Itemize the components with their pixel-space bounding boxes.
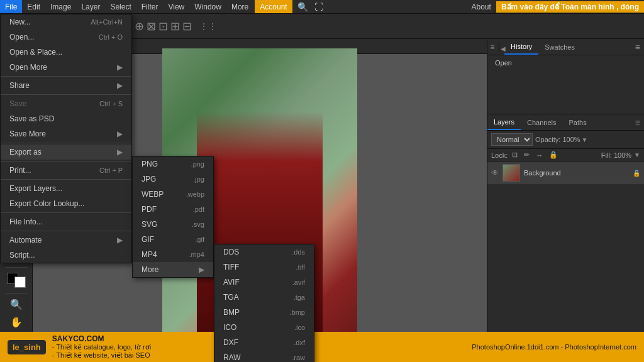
export-avif[interactable]: AVIF .avif (214, 275, 314, 290)
menu-export-layers[interactable]: Export Layers... (1, 181, 131, 196)
opacity-dropdown-icon[interactable]: ▼ (582, 136, 588, 143)
menu-export-as[interactable]: Export as ▶ (1, 145, 131, 160)
export-svg[interactable]: SVG .svg (133, 217, 213, 232)
export-gif-label: GIF (142, 235, 195, 244)
menu-view[interactable]: View (163, 0, 189, 13)
menu-export-as-label: Export as (9, 148, 117, 156)
menu-new-label: New... (9, 18, 91, 26)
export-dxf[interactable]: DXF .dxf (214, 335, 314, 350)
menu-share-arrow: ▶ (117, 81, 123, 90)
toolbar-icon-1[interactable]: ⊕ (135, 19, 144, 33)
menu-open-place[interactable]: Open & Place... (1, 45, 131, 60)
tab-paths[interactable]: Paths (563, 114, 593, 130)
menu-file-info[interactable]: File Info... (1, 214, 131, 229)
export-ico-label: ICO (223, 323, 294, 332)
menu-save-more-label: Save More (9, 129, 117, 138)
export-gif[interactable]: GIF .gif (133, 232, 213, 247)
export-more[interactable]: More ▶ (133, 262, 213, 277)
export-webp[interactable]: WEBP .webp (133, 187, 213, 202)
status-line1: - Thiết kế catalogue, logo, tờ rơi (52, 343, 151, 351)
tab-swatches[interactable]: Swatches (538, 39, 581, 55)
toolbar-icon-3[interactable]: ⊡ (158, 19, 168, 33)
export-dds[interactable]: DDS .dds (214, 244, 314, 260)
tab-history[interactable]: History (504, 39, 538, 55)
search-icon[interactable]: 🔍 (295, 2, 311, 12)
menu-image[interactable]: Image (45, 0, 76, 13)
menu-layer[interactable]: Layer (76, 0, 105, 13)
menu-select[interactable]: Select (105, 0, 136, 13)
layers-panel-tabs: Layers Channels Paths ≡ (487, 114, 644, 131)
tool-zoom[interactable]: 🔍 (7, 297, 26, 312)
menu-save-psd-label: Save as PSD (9, 114, 123, 123)
tab-channels[interactable]: Channels (521, 114, 562, 130)
lock-transparent-icon[interactable]: ⊡ (510, 150, 519, 160)
export-ico[interactable]: ICO .ico (214, 320, 314, 335)
menu-open-more[interactable]: Open More ▶ (1, 60, 131, 75)
export-tga[interactable]: TGA .tga (214, 290, 314, 305)
menu-print[interactable]: Print... Ctrl + P (1, 163, 131, 178)
dd-sep-5 (1, 179, 131, 180)
lock-all-icon[interactable]: 🔒 (547, 150, 560, 160)
export-tga-label: TGA (223, 293, 294, 302)
history-panel-tabs: ≡ ◀ History Swatches ≡ (487, 39, 644, 55)
export-raw[interactable]: RAW .raw (214, 350, 314, 362)
tab-layers[interactable]: Layers (487, 114, 521, 130)
menu-file[interactable]: File (0, 0, 22, 13)
background-color[interactable] (14, 277, 26, 288)
blend-mode-select[interactable]: Normal (491, 133, 533, 146)
dd-sep-2 (1, 94, 131, 95)
fill-dropdown-icon[interactable]: ▼ (634, 151, 640, 158)
export-raw-label: RAW (223, 353, 292, 362)
menu-new-shortcut: Alt+Ctrl+N (91, 18, 123, 26)
menu-more[interactable]: More (226, 0, 253, 13)
menu-export-as-arrow: ▶ (117, 148, 123, 156)
toolbar-icon-2[interactable]: ⊠ (147, 19, 156, 33)
menu-share[interactable]: Share ▶ (1, 78, 131, 93)
menu-export-layers-label: Export Layers... (9, 184, 123, 193)
export-jpg[interactable]: JPG .jpg (133, 172, 213, 187)
layer-thumbnail (502, 164, 520, 182)
export-png[interactable]: PNG .png (133, 156, 213, 172)
lock-position-icon[interactable]: ↔ (534, 151, 545, 160)
layers-controls: Normal Opacity: 100% ▼ (487, 131, 644, 149)
menu-open[interactable]: Open... Ctrl + O (1, 30, 131, 45)
toolbar-grid-icon[interactable]: ⋮⋮ (199, 21, 217, 31)
panel-sep (499, 42, 499, 52)
panel-options-layers[interactable]: ≡ (631, 118, 644, 128)
menu-export-color-lookup-label: Export Color Lookup... (9, 199, 123, 208)
export-bmp[interactable]: BMP .bmp (214, 305, 314, 320)
layer-eye-icon[interactable]: 👁 (491, 168, 499, 177)
export-dxf-label: DXF (223, 338, 294, 347)
menu-automate-arrow: ▶ (117, 236, 123, 244)
menu-export-color-lookup[interactable]: Export Color Lookup... (1, 196, 131, 211)
lock-image-icon[interactable]: ✏ (522, 150, 531, 160)
menu-account[interactable]: Account (255, 0, 292, 13)
toolbar-icon-4[interactable]: ⊞ (170, 19, 180, 33)
panel-options-history[interactable]: ≡ (631, 42, 644, 52)
menu-automate[interactable]: Automate ▶ (1, 233, 131, 248)
menu-save-more[interactable]: Save More ▶ (1, 126, 131, 141)
export-mp4-label: MP4 (142, 250, 189, 259)
dd-sep-4 (1, 161, 131, 162)
menu-edit[interactable]: Edit (22, 0, 45, 13)
export-svg-ext: .svg (192, 221, 204, 228)
menu-script[interactable]: Script... (1, 248, 131, 263)
history-panel-menu[interactable]: ≡ (487, 42, 497, 52)
fullscreen-icon[interactable]: ⛶ (312, 2, 326, 12)
menu-script-label: Script... (9, 251, 123, 260)
status-logo: le_sinh (8, 340, 46, 354)
tool-hand[interactable]: ✋ (7, 314, 26, 329)
menu-filter[interactable]: Filter (136, 0, 164, 13)
menu-save-psd[interactable]: Save as PSD (1, 111, 131, 126)
top-banner[interactable]: Bấm vào đây để Toàn màn hình , đóng (496, 1, 644, 13)
dd-sep-3 (1, 143, 131, 143)
menu-save-label: Save (9, 99, 99, 108)
export-tiff[interactable]: TIFF .tiff (214, 260, 314, 275)
export-mp4[interactable]: MP4 .mp4 (133, 247, 213, 262)
history-item-open[interactable]: Open (492, 58, 639, 68)
toolbar-icon-5[interactable]: ⊟ (182, 19, 192, 33)
menu-window[interactable]: Window (189, 0, 226, 13)
export-pdf[interactable]: PDF .pdf (133, 202, 213, 217)
layer-background[interactable]: 👁 Background 🔒 (487, 162, 644, 184)
menu-new[interactable]: New... Alt+Ctrl+N (1, 14, 131, 30)
